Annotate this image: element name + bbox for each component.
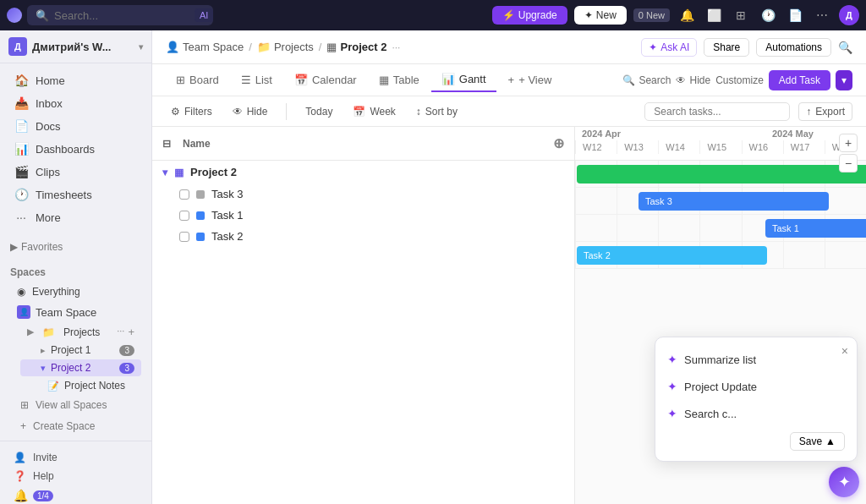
automations-button[interactable]: Automations [756, 38, 831, 57]
breadcrumb-project2[interactable]: ▦ Project 2 [326, 41, 386, 53]
ai-search-item[interactable]: ✦ Search c... [655, 400, 857, 427]
group-name: Project 2 [190, 166, 237, 178]
task-checkbox-0[interactable] [179, 189, 189, 200]
sidebar-item-inbox[interactable]: 📥 Inbox [3, 92, 148, 114]
search-header-icon[interactable]: 🔍 [838, 41, 852, 54]
save-button[interactable]: Save ▲ [790, 432, 845, 451]
sidebar-item-dashboards[interactable]: 📊 Dashboards [3, 138, 148, 160]
tab-board[interactable]: ⊞ Board [166, 68, 229, 91]
sidebar-item-project2[interactable]: ▾ Project 2 3 [20, 359, 141, 376]
help-button[interactable]: ❓ Help [7, 467, 145, 485]
ai-label[interactable]: AI [195, 8, 213, 22]
sidebar-item-timesheets[interactable]: 🕐 Timesheets [3, 184, 148, 205]
invite-button[interactable]: 👤 Invite [7, 448, 145, 467]
sidebar-item-home[interactable]: 🏠 Home [3, 69, 148, 91]
workspace-header[interactable]: Д Дмитрий's W... ▾ [0, 30, 151, 63]
tab-list[interactable]: ☰ List [231, 68, 282, 91]
upgrade-button[interactable]: ⚡ Upgrade [492, 6, 567, 25]
toolbar-right: ↑ Export [644, 102, 852, 121]
projects-icon: ▶ [27, 326, 34, 337]
grid-icon[interactable]: ⊞ [731, 5, 751, 25]
add-task-dropdown[interactable]: ▾ [836, 70, 852, 90]
projects-plus[interactable]: + [128, 326, 134, 338]
window-icon[interactable]: ⬜ [704, 5, 724, 25]
sidebar-item-projects[interactable]: ▶ 📁 Projects ··· + [20, 323, 141, 341]
tab-view-plus[interactable]: + + View [498, 68, 562, 91]
ai-summarize-item[interactable]: ✦ Summarize list [655, 346, 857, 373]
gantt-bar-project[interactable] [577, 165, 866, 184]
customize-btn[interactable]: Customize [715, 74, 764, 86]
gantt-bar-task2[interactable]: Task 2 [577, 246, 767, 265]
sidebar-item-clips[interactable]: 🎬 Clips [3, 161, 148, 183]
timeline-years-row: 2024 Apr 2024 May [575, 127, 866, 140]
view-plus-label: + View [518, 74, 551, 86]
team-space-icon: 👤 [17, 305, 30, 319]
new-button[interactable]: ✦ New [574, 6, 627, 25]
add-task-button[interactable]: Add Task [769, 70, 830, 90]
gantt-task-row-2[interactable]: Task 2 [152, 226, 574, 247]
apps-icon[interactable]: ⋯ [812, 5, 832, 25]
sidebar-nav: 🏠 Home 📥 Inbox 📄 Docs 📊 Dashboards 🎬 Cli… [0, 63, 151, 234]
gantt-collapse-icon[interactable]: ⊟ [162, 138, 183, 150]
group-chevron: ▾ [162, 167, 167, 178]
ai-project-update-item[interactable]: ✦ Project Update [655, 373, 857, 400]
clock-icon[interactable]: 🕐 [758, 5, 778, 25]
filters-button[interactable]: ⚙ Filters [166, 103, 217, 120]
everything-icon: ◉ [17, 286, 25, 298]
gantt-task-row-0[interactable]: Task 3 [152, 184, 574, 205]
sidebar-item-team-space[interactable]: 👤 Team Space [7, 302, 145, 322]
hide-label: Hide [247, 106, 268, 118]
ai-chat-button[interactable]: ✦ [829, 467, 859, 497]
week-button[interactable]: 📅 Week [348, 103, 400, 120]
zoom-out-button[interactable]: − [839, 154, 858, 173]
sidebar-item-project-notes[interactable]: 📝 Project Notes [20, 377, 141, 394]
gantt-bar-task3[interactable]: Task 3 [639, 192, 829, 211]
today-button[interactable]: Today [300, 103, 337, 120]
task3-bar-label: Task 3 [645, 196, 672, 206]
gantt-task-row-1[interactable]: Task 1 [152, 205, 574, 226]
search-input[interactable] [54, 9, 189, 22]
projects-dots[interactable]: ··· [117, 326, 124, 338]
sidebar-item-more[interactable]: ··· More [3, 206, 148, 228]
task-checkbox-2[interactable] [179, 232, 189, 242]
search-container[interactable]: 🔍 AI [27, 5, 213, 25]
inbox-icon: 📥 [14, 96, 29, 110]
share-button[interactable]: Share [704, 38, 749, 57]
sidebar-item-everything[interactable]: ◉ Everything [10, 282, 141, 301]
spaces-toggle[interactable]: Spaces [7, 263, 145, 282]
document-icon[interactable]: 📄 [785, 5, 805, 25]
table-tab-label: Table [393, 74, 419, 86]
bell-icon[interactable]: 🔔 [677, 5, 697, 25]
hide-toolbar-button[interactable]: 👁 Hide [227, 103, 273, 120]
tab-calendar[interactable]: 📅 Calendar [284, 68, 367, 91]
view-all-label: View all Spaces [36, 399, 107, 411]
gantt-group-project2[interactable]: ▾ ▦ Project 2 [152, 161, 574, 184]
breadcrumb-more[interactable]: ··· [392, 41, 400, 53]
gantt-timeline-header: 2024 Apr 2024 May W12 W13 W14 W15 W16 [575, 127, 866, 161]
sort-by-button[interactable]: ↕ Sort by [411, 103, 463, 120]
hide-btn[interactable]: 👁 Hide [676, 74, 710, 86]
search-tasks-btn[interactable]: 🔍 Search [622, 74, 671, 86]
breadcrumb-team-space[interactable]: 👤 Team Space [166, 41, 244, 53]
ask-ai-button[interactable]: ✦ Ask AI [641, 38, 697, 57]
avatar[interactable]: Д [839, 5, 859, 25]
export-button[interactable]: ↑ Export [798, 102, 852, 121]
favorites-toggle[interactable]: ▶ Favorites [7, 238, 145, 256]
sidebar-item-view-all-spaces[interactable]: ⊞ View all Spaces [10, 395, 141, 415]
gantt-add-col[interactable]: ⊕ [553, 135, 564, 151]
zoom-in-button[interactable]: + [839, 134, 858, 152]
task-checkbox-1[interactable] [179, 211, 189, 221]
sidebar-item-create-space[interactable]: + Create Space [10, 416, 141, 436]
search-tasks-input[interactable] [644, 102, 790, 121]
breadcrumb-projects[interactable]: 📁 Projects [257, 41, 314, 53]
sidebar-item-project1[interactable]: ▸ Project 1 3 [20, 342, 141, 359]
gantt-chart: 2024 Apr 2024 May W12 W13 W14 W15 W16 [575, 127, 866, 504]
week-w14: W14 [658, 140, 699, 154]
tab-table[interactable]: ▦ Table [369, 68, 430, 91]
tab-gantt[interactable]: 📊 Gantt [431, 68, 496, 92]
sidebar-item-docs[interactable]: 📄 Docs [3, 115, 148, 137]
task-dot-2 [196, 233, 205, 241]
gantt-bar-task1[interactable]: Task 1 [765, 219, 866, 238]
ai-popup-footer: Save ▲ [655, 427, 857, 452]
ai-popup-close[interactable]: × [841, 344, 848, 358]
